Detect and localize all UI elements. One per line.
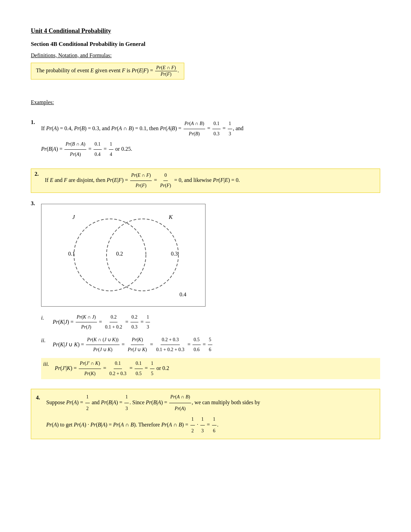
example-3-num: 3. bbox=[31, 200, 38, 207]
example-3: 3. J K 0.1 0.2 0.3 0.4 i. Pr(K|J) = bbox=[31, 200, 380, 383]
example-2-num: 2. bbox=[35, 171, 42, 177]
sub-item-3i: i. Pr(K|J) = Pr(K ∩ J) Pr(J) = 0.2 0.1 +… bbox=[41, 313, 380, 332]
venn-k-label: K bbox=[169, 212, 173, 223]
example-4-num: 4. bbox=[36, 392, 43, 404]
venn-middle-val: 0.2 bbox=[116, 249, 123, 259]
unit-title: Unit 4 Conditional Probability bbox=[31, 27, 380, 35]
definitions-title: Definitions, Notation, and Formulas: bbox=[31, 52, 380, 59]
example-3-content: J K 0.1 0.2 0.3 0.4 i. Pr(K|J) = Pr(K ∩ … bbox=[41, 200, 380, 383]
example-4: 4. Suppose Pr(A) = 1 2 and Pr(B|A) = 1 3… bbox=[31, 389, 380, 439]
svg-point-0 bbox=[74, 219, 146, 291]
formula-text: The probability of event E given event F… bbox=[36, 67, 179, 73]
example-2-content: If E and F are disjoint, then Pr(E|F) = … bbox=[45, 171, 376, 190]
sub-item-3ii: ii. Pr(K|J ∪ K) = Pr(K ∩ (J ∪ K)) Pr(J ∪… bbox=[41, 335, 380, 355]
example-2: 2. If E and F are disjoint, then Pr(E|F)… bbox=[31, 169, 380, 193]
venn-left-val: 0.1 bbox=[68, 249, 75, 259]
highlight-formula-box: The probability of event E given event F… bbox=[31, 63, 184, 79]
venn-diagram: J K 0.1 0.2 0.3 0.4 bbox=[41, 204, 206, 307]
examples-title: Examples: bbox=[31, 99, 380, 106]
example-1-content: If Pr(A) = 0.4, Pr(B) = 0.3, and Pr(A ∩ … bbox=[41, 119, 380, 159]
example-4-content: Suppose Pr(A) = 1 2 and Pr(B|A) = 1 3 . … bbox=[46, 392, 260, 436]
example-1: 1. If Pr(A) = 0.4, Pr(B) = 0.3, and Pr(A… bbox=[31, 119, 380, 159]
example-1-num: 1. bbox=[31, 119, 38, 125]
sub-item-3iii: iii. Pr(J'|K) = Pr(J' ∩ K) Pr(K) = 0.1 0… bbox=[41, 358, 380, 379]
venn-j-label: J bbox=[72, 212, 75, 223]
sub-list-3: i. Pr(K|J) = Pr(K ∩ J) Pr(J) = 0.2 0.1 +… bbox=[41, 313, 380, 380]
venn-right-val: 0.3 bbox=[171, 249, 178, 259]
section-title: Section 4B Conditional Probability in Ge… bbox=[31, 41, 380, 48]
highlight-box-4: 4. Suppose Pr(A) = 1 2 and Pr(B|A) = 1 3… bbox=[31, 389, 380, 439]
venn-bottom-val: 0.4 bbox=[179, 289, 186, 300]
